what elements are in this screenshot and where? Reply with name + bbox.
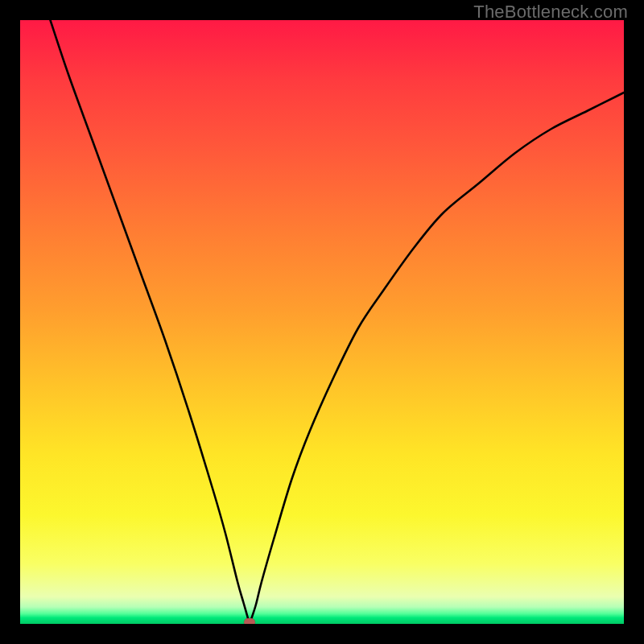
watermark-text: TheBottleneck.com [473,2,628,23]
curve-right-branch [250,93,624,624]
chart-frame: TheBottleneck.com [0,0,644,644]
curve-layer [20,20,624,624]
curve-left-branch [51,20,250,624]
minimum-marker [244,618,255,624]
plot-area [20,20,624,624]
